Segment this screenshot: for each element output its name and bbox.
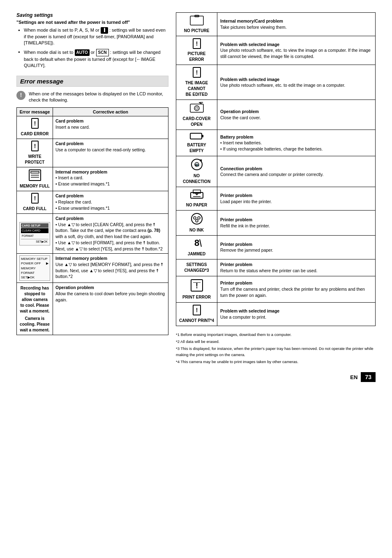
table-row: BATTERYEMPTY Battery problem • Insert ne… <box>176 130 376 156</box>
no-ink-icon <box>191 213 203 225</box>
no-connection-cell: 📷 NOCONNECTION <box>176 156 217 187</box>
svg-point-17 <box>194 106 199 111</box>
no-picture-icon <box>190 15 204 25</box>
write-protect-cell: ! WRITEPROTECT <box>17 139 53 167</box>
svg-line-36 <box>200 239 201 247</box>
svg-text:!: ! <box>34 195 36 201</box>
svg-rect-16 <box>190 104 203 112</box>
svg-point-31 <box>191 213 202 224</box>
jammed-icon: 8 <box>190 238 204 249</box>
table-row: MEMORY SETUP ▶ POWER OFF MEMORY FORMAT S… <box>17 254 168 283</box>
battery-empty-cell: BATTERYEMPTY <box>176 130 217 156</box>
table-row: MEMORY FULL Internal memory problem • In… <box>17 167 168 191</box>
no-picture-cell: NO PICTURE <box>176 13 217 36</box>
card-cover-open-cell: CARD-COVEROPEN <box>176 100 217 130</box>
memory-setup-cell: MEMORY SETUP ▶ POWER OFF MEMORY FORMAT S… <box>17 254 53 283</box>
card-full-icon: ! <box>31 193 39 204</box>
saving-settings-subtitle: "Settings are not saved after the power … <box>16 20 168 25</box>
table-row: SETTINGSCHANGED*3 Printer problem Return… <box>176 259 376 276</box>
write-protect-action: Card problem Use a computer to cancel th… <box>53 139 168 167</box>
table-row: ! THE IMAGECANNOTBE EDITED Problem with … <box>176 65 376 100</box>
table-row: ! CANNOT PRINT*4 Problem with selected i… <box>176 303 376 326</box>
card-full-action: Card problem • Replace the card.• Erase … <box>53 191 168 214</box>
no-picture-action: Internal memory/Card problem Take pictur… <box>217 13 376 36</box>
card-cover-open-action: Operation problem Close the card cover. <box>217 100 376 130</box>
footnotes: *1 Before erasing important images, down… <box>176 332 376 365</box>
cannot-print-action: Problem with selected image Use a comput… <box>217 303 376 326</box>
footnote-4: *4 This camera may be unable to print im… <box>176 359 376 365</box>
svg-text:8: 8 <box>194 238 199 248</box>
print-error-cell: ! PRINT ERROR <box>176 276 217 303</box>
page-footer: EN 73 <box>176 372 376 382</box>
no-paper-icon <box>190 189 204 200</box>
battery-empty-action: Battery problem • Insert new batteries.•… <box>217 130 376 156</box>
cannot-print-cell: ! CANNOT PRINT*4 <box>176 303 217 326</box>
left-column: Saving settings "Settings are not saved … <box>16 12 168 382</box>
image-cannot-be-edited-action: Problem with selected image Use photo re… <box>217 65 376 100</box>
image-cannot-edit-icon: ! <box>192 67 201 78</box>
svg-text:!: ! <box>196 40 198 47</box>
no-ink-action: Printer problem Refill the ink in the pr… <box>217 210 376 235</box>
table-row: NO INK Printer problem Refill the ink in… <box>176 210 376 235</box>
svg-rect-20 <box>190 133 202 139</box>
error-message-heading: Error message <box>16 76 168 87</box>
right-table: NO PICTURE Internal memory/Card problem … <box>176 12 376 326</box>
auto-badge: AUTO <box>75 49 90 56</box>
settings-changed-cell: SETTINGSCHANGED*3 <box>176 259 217 276</box>
svg-point-34 <box>196 220 198 222</box>
page-container: Saving settings "Settings are not saved … <box>16 12 376 382</box>
picture-error-icon: ! <box>192 38 201 49</box>
print-error-action: Printer problem Turn off the camera and … <box>217 276 376 303</box>
table-row: ! WRITEPROTECT Card problem Use a comput… <box>17 139 168 167</box>
card-error-cell: ! CARD ERROR <box>17 116 53 139</box>
table-row: NO PAPER Printer problem Load paper into… <box>176 187 376 211</box>
no-paper-action: Printer problem Load paper into the prin… <box>217 187 376 211</box>
footnote-2: *2 All data will be erased. <box>176 339 376 345</box>
memory-setup-icon: MEMORY SETUP ▶ POWER OFF MEMORY FORMAT S… <box>19 255 50 281</box>
card-error-action: Card problem Insert a new card. <box>53 116 168 139</box>
cooling-cell: Recording has stopped to allow camera to… <box>17 283 53 335</box>
footnote-3: *3 This is displayed, for instance, when… <box>176 346 376 358</box>
svg-text:📷: 📷 <box>194 162 199 167</box>
table-row: 📷 NOCONNECTION Connection problem Connec… <box>176 156 376 187</box>
saving-settings-section: Saving settings "Settings are not saved … <box>16 12 168 69</box>
svg-text:!: ! <box>196 69 198 76</box>
card-full-cell: ! CARD FULL <box>17 191 53 214</box>
saving-settings-title: Saving settings <box>16 12 168 18</box>
card-setup-cell: CARD SETUP CLEAN CARD FORMAT SET▶OK <box>17 214 53 254</box>
cooling-action: Operation problem Allow the camera to co… <box>53 283 168 335</box>
svg-text:!: ! <box>34 120 36 127</box>
right-column: NO PICTURE Internal memory/Card problem … <box>176 12 376 382</box>
saving-settings-bullet1: When mode dial is set to P, A, S, M or ⏽… <box>18 27 168 46</box>
saving-settings-list: When mode dial is set to P, A, S, M or ⏽… <box>16 27 168 69</box>
scn-badge: SCN <box>96 49 109 56</box>
memory-full-action: Internal memory problem • Insert a card.… <box>53 167 168 191</box>
jammed-cell: 8 JAMMED <box>176 235 217 259</box>
table-row: NO PICTURE Internal memory/Card problem … <box>176 13 376 36</box>
no-connection-icon: 📷 <box>191 158 203 171</box>
svg-text:!: ! <box>34 143 36 149</box>
picture-error-action: Problem with selected image Use photo re… <box>217 36 376 65</box>
svg-text:!: ! <box>196 282 198 290</box>
memory-full-cell: MEMORY FULL <box>17 167 53 191</box>
svg-text:!: ! <box>196 307 198 313</box>
footnote-1: *1 Before erasing important images, down… <box>176 332 376 338</box>
table-row: Recording has stopped to allow camera to… <box>17 283 168 335</box>
card-setup-icon: CARD SETUP CLEAN CARD FORMAT SET▶OK <box>19 222 50 245</box>
table-row: ! CARD ERROR Card problem Insert a new c… <box>17 116 168 139</box>
battery-empty-icon <box>190 132 204 140</box>
card-setup-action: Card problem • Use ▲▽ to select [CLEAN C… <box>53 214 168 254</box>
jammed-action: Printer problem Remove the jammed paper. <box>217 235 376 259</box>
card-cover-open-icon <box>190 102 204 113</box>
svg-rect-5 <box>31 171 39 173</box>
table-row: ! PICTUREERROR Problem with selected ima… <box>176 36 376 65</box>
en-label: EN <box>350 374 357 380</box>
table-row: ! CARD FULL Card problem • Replace the c… <box>17 191 168 214</box>
col-corrective-action: Corrective action <box>53 108 168 116</box>
memory-setup-action: Internal memory problem Use ▲▽ to select… <box>53 254 168 283</box>
no-ink-cell: NO INK <box>176 210 217 235</box>
image-cannot-be-edited-cell: ! THE IMAGECANNOTBE EDITED <box>176 65 217 100</box>
no-connection-action: Connection problem Connect the camera an… <box>217 156 376 187</box>
table-row: CARD-COVEROPEN Operation problem Close t… <box>176 100 376 130</box>
card-icon: ! <box>31 118 39 129</box>
